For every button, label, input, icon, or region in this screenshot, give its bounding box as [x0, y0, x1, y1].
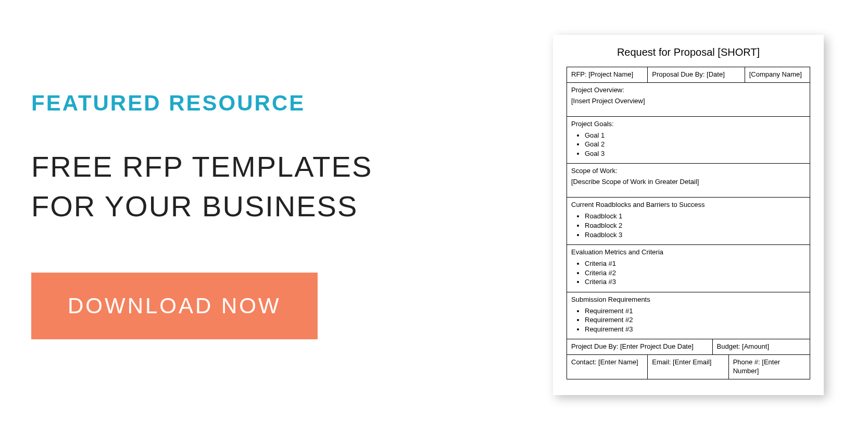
- document-preview-column: Request for Proposal [SHORT] RFP: [Proje…: [540, 35, 837, 395]
- email-cell: Email: [Enter Email]: [648, 355, 728, 379]
- footer-row-1: Project Due By: [Enter Project Due Date]…: [567, 339, 810, 355]
- goals-list: Goal 1 Goal 2 Goal 3: [571, 131, 806, 158]
- footer-row-2: Contact: [Enter Name] Email: [Enter Emai…: [567, 355, 810, 379]
- goals-cell: Project Goals: Goal 1 Goal 2 Goal 3: [567, 117, 810, 164]
- list-item: Criteria #1: [585, 259, 806, 268]
- overview-row: Project Overview: [Insert Project Overvi…: [567, 83, 810, 117]
- contact-cell: Contact: [Enter Name]: [567, 355, 648, 379]
- roadblocks-row: Current Roadblocks and Barriers to Succe…: [567, 198, 810, 245]
- list-item: Requirement #2: [585, 315, 806, 325]
- criteria-row: Evaluation Metrics and Criteria Criteria…: [567, 245, 810, 292]
- overview-body: [Insert Project Overview]: [571, 97, 806, 105]
- rfp-name-cell: RFP: [Project Name]: [567, 67, 648, 82]
- criteria-list: Criteria #1 Criteria #2 Criteria #3: [571, 259, 806, 287]
- header-row: RFP: [Project Name] Proposal Due By: [Da…: [567, 67, 810, 83]
- requirements-list: Requirement #1 Requirement #2 Requiremen…: [571, 306, 806, 334]
- project-due-cell: Project Due By: [Enter Project Due Date]: [567, 339, 713, 354]
- scope-body: [Describe Scope of Work in Greater Detai…: [571, 178, 806, 186]
- overview-cell: Project Overview: [Insert Project Overvi…: [567, 83, 810, 116]
- scope-label: Scope of Work:: [571, 167, 806, 175]
- goals-row: Project Goals: Goal 1 Goal 2 Goal 3: [567, 117, 810, 164]
- rfp-template-page: Request for Proposal [SHORT] RFP: [Proje…: [553, 35, 824, 395]
- company-name-cell: [Company Name]: [745, 67, 810, 82]
- roadblocks-list: Roadblock 1 Roadblock 2 Roadblock 3: [571, 212, 806, 239]
- list-item: Goal 3: [585, 149, 806, 158]
- goals-label: Project Goals:: [571, 120, 806, 128]
- requirements-cell: Submission Requirements Requirement #1 R…: [567, 292, 810, 339]
- list-item: Goal 2: [585, 140, 806, 149]
- headline: FREE RFP TEMPLATES FOR YOUR BUSINESS: [31, 147, 417, 226]
- budget-cell: Budget: [Amount]: [713, 339, 810, 354]
- criteria-cell: Evaluation Metrics and Criteria Criteria…: [567, 245, 810, 292]
- download-now-button[interactable]: DOWNLOAD NOW: [31, 273, 318, 339]
- scope-cell: Scope of Work: [Describe Scope of Work i…: [567, 164, 810, 197]
- roadblocks-cell: Current Roadblocks and Barriers to Succe…: [567, 198, 810, 244]
- list-item: Criteria #2: [585, 268, 806, 278]
- list-item: Requirement #3: [585, 325, 806, 334]
- list-item: Roadblock 2: [585, 221, 806, 230]
- scope-row: Scope of Work: [Describe Scope of Work i…: [567, 164, 810, 198]
- proposal-due-cell: Proposal Due By: [Date]: [648, 67, 745, 82]
- overview-label: Project Overview:: [571, 86, 806, 94]
- eyebrow-label: FEATURED RESOURCE: [31, 91, 519, 116]
- doc-title: Request for Proposal [SHORT]: [567, 46, 810, 58]
- list-item: Roadblock 3: [585, 230, 806, 240]
- phone-cell: Phone #: [Enter Number]: [729, 355, 810, 379]
- list-item: Criteria #3: [585, 277, 806, 287]
- list-item: Roadblock 1: [585, 212, 806, 221]
- list-item: Goal 1: [585, 131, 806, 140]
- list-item: Requirement #1: [585, 306, 806, 316]
- requirements-label: Submission Requirements: [571, 296, 806, 303]
- criteria-label: Evaluation Metrics and Criteria: [571, 248, 806, 256]
- doc-grid: RFP: [Project Name] Proposal Due By: [Da…: [567, 67, 810, 379]
- roadblocks-label: Current Roadblocks and Barriers to Succe…: [571, 201, 806, 208]
- requirements-row: Submission Requirements Requirement #1 R…: [567, 292, 810, 340]
- promo-text-column: FEATURED RESOURCE FREE RFP TEMPLATES FOR…: [31, 91, 540, 339]
